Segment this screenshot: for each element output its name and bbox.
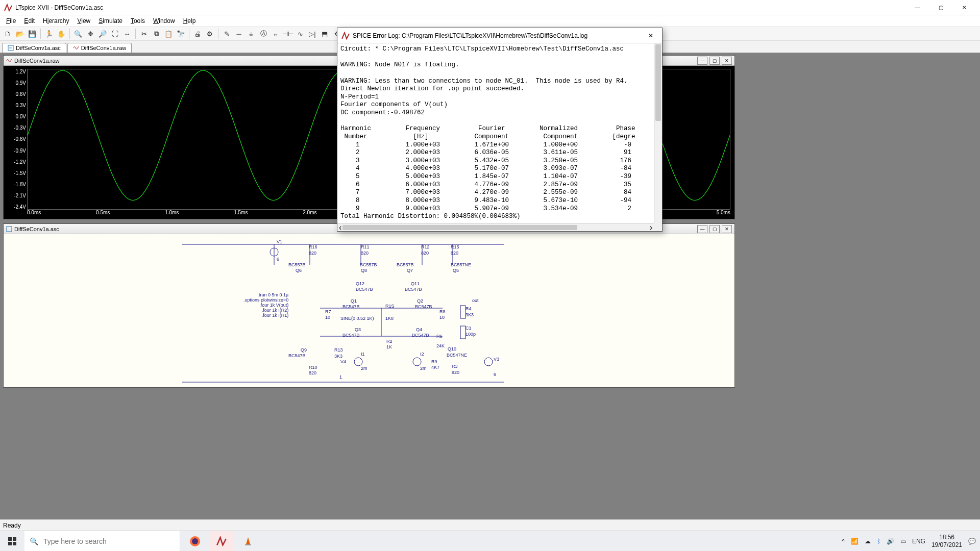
errorlog-close-button[interactable]: ✕ (644, 30, 658, 41)
tray-bluetooth-icon[interactable]: ᛒ (877, 538, 880, 545)
tool-halt[interactable]: ✋ (56, 28, 67, 39)
tool-pick[interactable]: ✎ (221, 28, 232, 39)
svg-rect-20 (8, 542, 12, 545)
errorlog-body[interactable]: Circuit: * C:\Program Files\LTC\LTspiceX… (337, 43, 662, 231)
menu-edit[interactable]: Edit (20, 16, 39, 26)
svg-rect-21 (13, 542, 16, 545)
svg-point-12 (484, 358, 493, 366)
schematic-pane: DiffSeConv1a.asc — ▢ ✕ (3, 223, 735, 388)
taskbar-search[interactable]: 🔍 Type here to search (24, 531, 180, 552)
tool-zoom-out[interactable]: 🔎 (97, 28, 108, 39)
tool-ind[interactable]: ∿ (295, 28, 306, 39)
tool-ground[interactable]: ⏚ (246, 28, 257, 39)
tray-notifications-icon[interactable]: 💬 (968, 538, 976, 545)
tool-save[interactable]: 💾 (27, 28, 38, 39)
tray-volume-icon[interactable]: 🔊 (887, 538, 894, 545)
svg-point-11 (413, 358, 421, 366)
tool-pan[interactable]: ✥ (85, 28, 96, 39)
pane-minimize-button[interactable]: — (697, 57, 707, 65)
system-tray: ^ 📶 ☁ ᛒ 🔊 ▭ ENG 18:56 19/07/2021 💬 (838, 534, 980, 548)
tool-autorange[interactable]: ↔ (121, 28, 133, 39)
tray-clock[interactable]: 18:56 19/07/2021 (932, 534, 962, 548)
tool-diode[interactable]: ▷| (307, 28, 318, 39)
taskbar-vlc[interactable] (236, 531, 260, 552)
schematic-canvas[interactable]: .tran 0 5m 0 1µ .options plotwinsize=0 .… (4, 234, 734, 387)
scroll-left-icon[interactable]: ‹ (339, 223, 341, 232)
svg-point-23 (192, 538, 198, 544)
tab-label: DiffSeConv1a.asc (16, 45, 61, 51)
tab-schematic[interactable]: DiffSeConv1a.asc (2, 43, 66, 53)
menu-help[interactable]: Help (179, 16, 200, 26)
taskbar-ltspice[interactable] (210, 531, 233, 552)
menu-view[interactable]: View (73, 16, 94, 26)
resize-handle[interactable] (654, 223, 662, 231)
ltspice-icon (4, 4, 12, 12)
scrollbar-thumb[interactable] (342, 225, 577, 230)
spice-error-log-window[interactable]: SPICE Error Log: C:\Program Files\LTC\LT… (337, 28, 663, 232)
y-axis: 1.2V0.9V0.6V0.3V0.0V-0.3V-0.6V-0.9V-1.2V… (4, 66, 27, 210)
errorlog-titlebar[interactable]: SPICE Error Log: C:\Program Files\LTC\LT… (337, 28, 662, 43)
pane-close-button[interactable]: ✕ (722, 57, 732, 65)
search-icon: 🔍 (30, 537, 38, 545)
menu-file[interactable]: File (2, 16, 20, 26)
tray-date: 19/07/2021 (932, 541, 962, 548)
tab-label: DiffSeConv1a.raw (81, 45, 126, 51)
tool-copy[interactable]: ⧉ (151, 28, 162, 39)
tab-waveform[interactable]: DiffSeConv1a.raw (67, 43, 132, 53)
tool-paste[interactable]: 📋 (163, 28, 174, 39)
menu-window[interactable]: Window (149, 16, 179, 26)
tray-time: 18:56 (932, 534, 962, 541)
close-button[interactable]: ✕ (952, 0, 976, 15)
tool-new[interactable]: 🗋 (2, 28, 13, 39)
svg-rect-19 (13, 537, 16, 541)
toolbar-separator (189, 29, 189, 39)
menu-simulate[interactable]: Simulate (94, 16, 127, 26)
title-bar: LTspice XVII - DiffSeConv1a.asc — ▢ ✕ (0, 0, 980, 15)
svg-point-10 (354, 358, 362, 366)
tool-zoom-in[interactable]: 🔍 (72, 28, 84, 39)
tool-component[interactable]: ⬒ (319, 28, 330, 39)
start-button[interactable] (0, 531, 24, 552)
vertical-scrollbar[interactable] (654, 43, 662, 223)
pane-minimize-button[interactable]: — (697, 225, 707, 233)
tool-run[interactable]: 🏃 (43, 28, 55, 39)
errorlog-title: SPICE Error Log: C:\Program Files\LTC\LT… (353, 32, 644, 39)
tray-language[interactable]: ENG (912, 538, 925, 545)
minimize-button[interactable]: — (905, 0, 929, 15)
tray-cloud-icon[interactable]: ☁ (865, 538, 871, 545)
svg-rect-17 (460, 326, 465, 339)
tool-zoom-fit[interactable]: ⛶ (109, 28, 120, 39)
pane-title-text: DiffSeConv1a.asc (14, 226, 59, 232)
schematic-icon (8, 45, 14, 51)
tool-open[interactable]: 📂 (14, 28, 26, 39)
window-title: LTspice XVII - DiffSeConv1a.asc (15, 4, 905, 11)
status-text: Ready (3, 522, 21, 529)
pane-title-text: DiffSeConv1a.raw (14, 58, 59, 64)
waveform-icon (73, 45, 79, 51)
menu-tools[interactable]: Tools (127, 16, 149, 26)
tool-resistor[interactable]: ⏛ (270, 28, 281, 39)
svg-rect-24 (245, 544, 251, 545)
pane-maximize-button[interactable]: ▢ (709, 225, 720, 233)
tool-find[interactable]: 🔭 (175, 28, 186, 39)
schematic-icon (6, 226, 12, 232)
maximize-button[interactable]: ▢ (929, 0, 952, 15)
svg-rect-1 (7, 227, 12, 232)
tool-cut[interactable]: ✂ (138, 28, 150, 39)
tool-print[interactable]: 🖨 (192, 28, 203, 39)
scrollbar-thumb[interactable] (655, 44, 661, 121)
tool-setup[interactable]: ⚙ (204, 28, 215, 39)
tool-label[interactable]: Ⓐ (258, 28, 269, 39)
pane-maximize-button[interactable]: ▢ (709, 57, 720, 65)
menu-hierarchy[interactable]: Hierarchy (39, 16, 73, 26)
pane-close-button[interactable]: ✕ (722, 225, 732, 233)
tool-cap[interactable]: ⊣⊢ (282, 28, 293, 39)
tray-battery-icon[interactable]: ▭ (900, 538, 906, 545)
horizontal-scrollbar[interactable]: ‹ › (337, 223, 654, 231)
tool-wire[interactable]: ─ (233, 28, 244, 39)
tray-wifi-icon[interactable]: 📶 (851, 538, 859, 545)
scroll-right-icon[interactable]: › (650, 223, 652, 232)
svg-rect-16 (460, 306, 465, 318)
tray-chevron-icon[interactable]: ^ (842, 538, 845, 545)
taskbar-firefox[interactable] (183, 531, 207, 552)
